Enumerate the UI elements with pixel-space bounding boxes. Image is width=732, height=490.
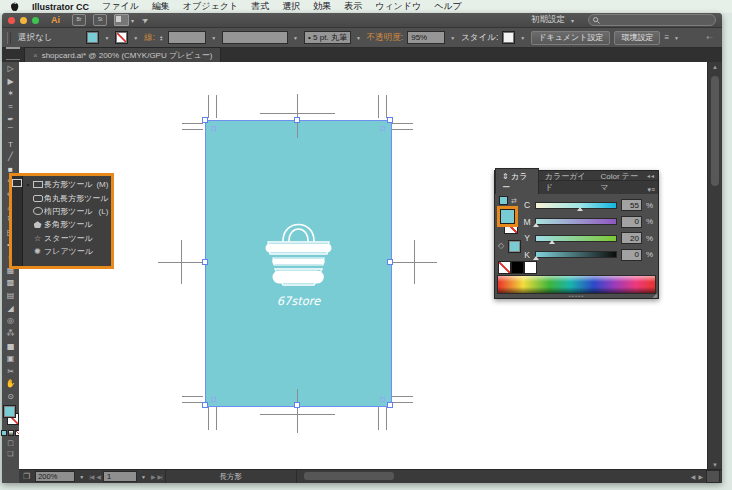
panel-resize-grip[interactable]: ◢: [652, 291, 657, 298]
zoom-caret[interactable]: ▼: [79, 474, 84, 480]
artwork-group[interactable]: 67store: [262, 208, 335, 308]
screen-mode-icon[interactable]: ❏: [7, 450, 13, 458]
stroke-weight-label[interactable]: 線:: [144, 32, 155, 44]
handle-mid-left[interactable]: [202, 259, 208, 265]
first-artboard-icon[interactable]: |◀: [89, 473, 93, 480]
vertical-scroll-thumb[interactable]: [711, 76, 719, 186]
search-input[interactable]: [588, 14, 716, 26]
previous-artboard-icon[interactable]: ◀: [96, 473, 100, 480]
menu-effect[interactable]: 効果: [313, 0, 331, 13]
flyout-item-polygon[interactable]: 多角形ツール: [23, 218, 111, 231]
align-caret[interactable]: ▼: [674, 35, 679, 41]
handle-top-left[interactable]: [202, 117, 208, 123]
curvature-tool[interactable]: ⌒: [3, 126, 18, 139]
menu-view[interactable]: 表示: [344, 0, 362, 13]
magenta-slider[interactable]: [535, 218, 617, 225]
draw-mode-icon[interactable]: ▢: [7, 439, 14, 447]
stroke-weight-stepper[interactable]: ▲▼: [159, 35, 163, 41]
stroke-color-caret[interactable]: ▼: [133, 35, 138, 41]
zoom-window-button[interactable]: [32, 17, 39, 24]
zoom-tool[interactable]: ⊙: [3, 390, 18, 403]
style-swatch[interactable]: [502, 31, 515, 44]
yellow-slider[interactable]: [535, 235, 617, 242]
slice-tool[interactable]: ✂: [3, 365, 18, 378]
flyout-item-flare[interactable]: ✺ フレアツール: [23, 245, 111, 258]
white-swatch[interactable]: [524, 261, 537, 274]
stroke-weight-caret[interactable]: ▼: [211, 35, 216, 41]
handle-bottom-left[interactable]: [202, 402, 208, 408]
tab-list-icon[interactable]: [6, 47, 20, 60]
artboard-number-field[interactable]: 1: [103, 471, 137, 482]
artboard-caret[interactable]: ▼: [141, 474, 146, 480]
width-profile-caret[interactable]: ▼: [293, 35, 298, 41]
handle-bottom-right[interactable]: [387, 402, 393, 408]
brush-caret[interactable]: ▼: [356, 35, 361, 41]
pen-tool[interactable]: ✒: [3, 113, 18, 126]
column-graph-tool[interactable]: ▅: [3, 340, 18, 353]
handle-bottom-center[interactable]: [294, 402, 300, 408]
scroll-left-icon[interactable]: ◀: [691, 473, 696, 480]
stroke-weight-field[interactable]: [168, 31, 206, 44]
brush-definition-select[interactable]: • 5 pt. 丸筆: [304, 31, 351, 44]
fill-color-swatch[interactable]: [86, 31, 99, 44]
arrange-documents-icon[interactable]: [114, 14, 129, 26]
handle-top-center[interactable]: [294, 117, 300, 123]
share-icon[interactable]: ➤: [140, 14, 150, 25]
mini-fill-swatch[interactable]: [499, 196, 508, 205]
direct-selection-tool[interactable]: ▶: [3, 76, 18, 89]
tab-color-guide[interactable]: カラーガイド: [539, 169, 595, 194]
stock-icon[interactable]: St: [93, 14, 107, 26]
scroll-right-icon[interactable]: ▶: [698, 473, 703, 480]
flyout-item-star[interactable]: ☆ スターツール: [23, 232, 111, 245]
menu-help[interactable]: ヘルプ: [434, 0, 462, 13]
fill-swatch-highlighted[interactable]: [497, 206, 518, 227]
tab-color-themes[interactable]: Color テーマ: [595, 169, 648, 194]
artboard-text[interactable]: 67store: [262, 294, 335, 308]
opacity-field[interactable]: 95%: [407, 31, 445, 44]
apple-icon[interactable]: [10, 2, 19, 12]
handle-top-right[interactable]: [387, 117, 393, 123]
menu-type[interactable]: 書式: [251, 0, 269, 13]
control-bar-grip[interactable]: [7, 32, 11, 44]
last-artboard-icon[interactable]: ▶|: [158, 473, 162, 480]
bridge-icon[interactable]: Br: [72, 14, 86, 26]
menu-app-name[interactable]: Illustrator CC: [32, 2, 89, 12]
close-window-button[interactable]: [8, 17, 15, 24]
mini-fill-stroke[interactable]: ⇄: [499, 196, 517, 205]
next-artboard-icon[interactable]: ▶: [151, 473, 155, 480]
yellow-value-field[interactable]: 20: [621, 232, 642, 244]
selection-tool[interactable]: ▷: [3, 63, 18, 76]
workspace-switcher[interactable]: 初期設定: [531, 14, 565, 26]
color-gradient-none[interactable]: [1, 430, 21, 436]
panel-drag-dots[interactable]: •••••: [569, 293, 585, 299]
resize-corner[interactable]: [706, 470, 720, 483]
stroke-color-swatch[interactable]: [115, 31, 128, 44]
magic-wand-tool[interactable]: ✶: [3, 88, 18, 101]
toolbar-fill-swatch[interactable]: [3, 405, 16, 418]
black-swatch[interactable]: [511, 261, 524, 274]
symbol-sprayer-tool[interactable]: ⁂: [3, 327, 18, 340]
eyedropper-tool[interactable]: ◢: [3, 302, 18, 315]
none-swatch[interactable]: [498, 261, 511, 274]
lasso-tool[interactable]: ≈: [3, 101, 18, 114]
toolbar-fill-stroke[interactable]: [3, 405, 18, 429]
style-caret[interactable]: ▼: [520, 35, 525, 41]
magenta-value-field[interactable]: 0: [621, 216, 642, 228]
type-tool[interactable]: T: [3, 139, 18, 152]
document-setup-button[interactable]: ドキュメント設定: [531, 31, 610, 45]
menu-object[interactable]: オブジェクト: [183, 0, 238, 13]
menu-select[interactable]: 選択: [282, 0, 300, 13]
color-spectrum-bar[interactable]: [497, 275, 656, 294]
tab-color[interactable]: ⇕ カラー: [495, 168, 539, 194]
workspace-caret[interactable]: ▾: [571, 17, 574, 24]
panel-menu-icon[interactable]: ▾≡: [647, 186, 658, 194]
align-icon[interactable]: ≡: [664, 33, 669, 42]
zoom-level-field[interactable]: 200%: [35, 471, 75, 482]
artboard-tool[interactable]: ▣: [3, 353, 18, 366]
menu-window[interactable]: ウィンドウ: [375, 0, 421, 13]
horizontal-scroll-thumb[interactable]: [304, 472, 394, 480]
mesh-tool[interactable]: ▩: [3, 277, 18, 290]
flyout-item-rectangle[interactable]: • 長方形ツール (M): [23, 178, 111, 191]
fill-color-caret[interactable]: ▼: [104, 35, 109, 41]
collapse-control-bar-icon[interactable]: ⇠: [706, 33, 717, 42]
